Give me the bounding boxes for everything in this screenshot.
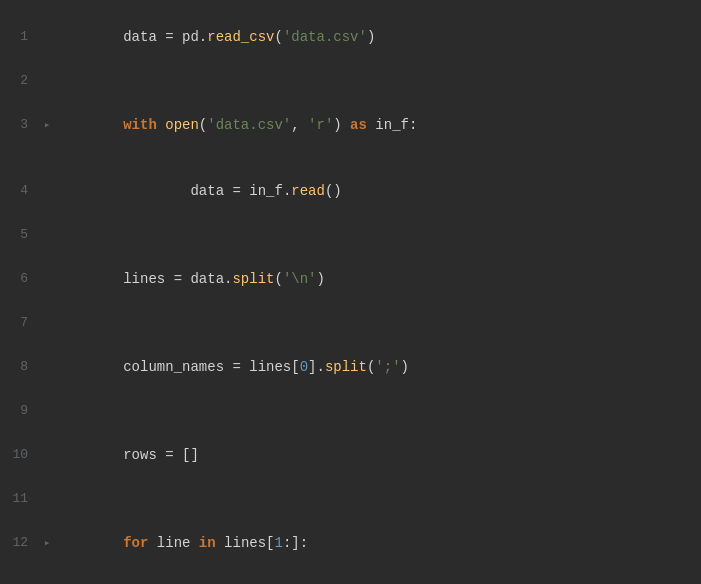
line-10: 10 rows = [] (0, 422, 701, 488)
line-13: 13 row_dict = dict() (0, 576, 701, 584)
line-5: 5 (0, 224, 701, 246)
line-8: 8 column_names = lines[0].split(';') (0, 334, 701, 400)
line-3: 3 ▸ with open('data.csv', 'r') as in_f: (0, 92, 701, 158)
code-editor: 1 data = pd.read_csv('data.csv') 2 3 ▸ w… (0, 0, 701, 584)
line-12: 12 ▸ for line in lines[1:]: (0, 510, 701, 576)
line-2: 2 (0, 70, 701, 92)
line-6: 6 lines = data.split('\n') (0, 246, 701, 312)
line-1: 1 data = pd.read_csv('data.csv') (0, 4, 701, 70)
code-lines: 1 data = pd.read_csv('data.csv') 2 3 ▸ w… (0, 0, 701, 584)
line-4: 4 data = in_f.read() (0, 158, 701, 224)
line-11: 11 (0, 488, 701, 510)
line-9: 9 (0, 400, 701, 422)
line-7: 7 (0, 312, 701, 334)
